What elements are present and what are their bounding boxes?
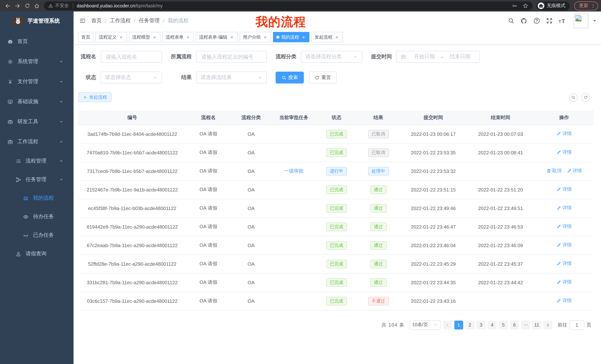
page-button-6[interactable]: 6 — [510, 320, 519, 329]
tab-process-form[interactable]: 流程表单× — [162, 32, 194, 42]
bookmark-star-icon[interactable] — [523, 3, 528, 9]
sidebar-item-infrastructure[interactable]: 基础设施 — [0, 92, 74, 112]
detail-link[interactable]: 详情 — [556, 131, 572, 137]
app-logo[interactable]: 芋道管理系统 — [0, 11, 74, 30]
page-button-3[interactable]: 3 — [477, 320, 485, 329]
detail-link[interactable]: 详情 — [567, 168, 582, 174]
sidebar-item-payment[interactable]: 支付管理 — [0, 72, 74, 92]
fullscreen-icon[interactable] — [546, 18, 553, 24]
sidebar-item-task-mgmt[interactable]: 任务管理 — [0, 170, 74, 189]
tab-home[interactable]: 首页 — [78, 32, 94, 42]
sidebar-item-my-process[interactable]: 我的流程 — [0, 189, 74, 207]
avatar[interactable] — [574, 14, 588, 28]
process-definition-input[interactable] — [200, 53, 262, 60]
tab-start-process[interactable]: 发起流程× — [311, 32, 343, 42]
forward-button[interactable] — [13, 1, 22, 10]
process-name-field[interactable] — [101, 51, 162, 63]
current-task-link[interactable]: 一级审批 — [284, 168, 303, 174]
tab-close-icon[interactable]: × — [119, 35, 124, 40]
tab-close-icon[interactable]: × — [152, 35, 157, 40]
tab-close-icon[interactable]: × — [185, 35, 190, 40]
url-divider — [73, 3, 73, 8]
sidebar-item-done-tasks[interactable]: 已办任务 — [0, 226, 74, 245]
date-range-picker[interactable]: 开始日期 - 结束日期 — [396, 51, 480, 63]
refresh-table-button[interactable] — [581, 93, 590, 102]
tab-process-definition[interactable]: 流程定义× — [95, 32, 127, 42]
reset-button[interactable]: 重置 — [309, 72, 337, 84]
detail-link[interactable]: 详情 — [556, 242, 572, 248]
font-size-icon[interactable]: TT — [559, 17, 566, 24]
process-definition-field[interactable] — [196, 51, 267, 63]
start-process-button[interactable]: 发起流程 — [78, 92, 111, 102]
page-size-value: 10条/页 — [412, 322, 428, 328]
breadcrumb-task-mgmt[interactable]: 任务管理 — [139, 18, 160, 24]
page-more-button[interactable] — [521, 320, 530, 329]
chevron-down-icon — [59, 119, 63, 124]
page-button-4[interactable]: 4 — [488, 320, 497, 329]
cancel-link[interactable]: 取消 — [546, 168, 561, 174]
page-button-1[interactable]: 1 — [454, 320, 463, 329]
tab-close-icon[interactable]: × — [229, 35, 234, 40]
back-button[interactable] — [3, 1, 13, 10]
tab-process-form-edit[interactable]: 流程表单-编辑× — [196, 32, 238, 42]
end-date-placeholder[interactable]: 结束日期 — [445, 53, 475, 60]
detail-link[interactable]: 详情 — [556, 186, 572, 192]
sidebar-item-process-mgmt[interactable]: 流程管理 — [0, 152, 74, 170]
github-icon[interactable] — [521, 17, 527, 24]
sidebar-item-dev-tools[interactable]: 研发工具 — [0, 112, 74, 132]
sidebar-item-home[interactable]: 首页 — [0, 31, 74, 52]
sidebar-item-todo-tasks[interactable]: 待办任务 — [0, 207, 74, 226]
process-name-input[interactable] — [105, 53, 158, 60]
category-select[interactable]: 请选择流程分类 — [301, 51, 362, 63]
status-select[interactable]: 请选择状态 — [101, 72, 162, 84]
sidebar-item-leave-query[interactable]: 请假查询 — [0, 245, 74, 263]
detail-link[interactable]: 详情 — [556, 223, 572, 230]
reload-button[interactable] — [22, 1, 32, 10]
next-page-button[interactable] — [543, 320, 552, 329]
broken-image-icon — [575, 14, 582, 22]
robot-icon — [23, 195, 29, 201]
page-button-5[interactable]: 5 — [499, 320, 508, 329]
tab-user-group[interactable]: 用户分组× — [240, 32, 271, 42]
detail-link[interactable]: 详情 — [556, 149, 572, 155]
dashboard-icon — [7, 39, 13, 44]
show-search-button[interactable] — [569, 93, 578, 102]
table-row: 2152467e-7b9b-11ec-9a1b-acde48001122OA 请… — [78, 180, 594, 199]
address-bar[interactable]: 不安全 dashboard.yudao.iocoder.cn/bpm/task/… — [44, 1, 533, 10]
page-size-select[interactable]: 10条/页 — [409, 320, 441, 330]
hamburger-icon[interactable] — [74, 11, 91, 30]
tab-process-model[interactable]: 流程模型× — [129, 32, 160, 42]
key-icon[interactable] — [512, 3, 517, 9]
start-date-placeholder[interactable]: 开始日期 — [409, 53, 440, 60]
detail-link[interactable]: 详情 — [556, 297, 572, 304]
result-select[interactable]: 请选择流结果 — [196, 72, 267, 84]
breadcrumb-home[interactable]: 首页 — [91, 18, 102, 24]
prev-page-button[interactable] — [443, 320, 452, 329]
home-button[interactable] — [32, 1, 42, 10]
sidebar-item-system[interactable]: 系统管理 — [0, 52, 74, 72]
back-icon — [5, 3, 11, 9]
cell-actions: 详情 — [534, 125, 594, 143]
tab-close-icon[interactable]: × — [301, 35, 306, 40]
tab-close-icon[interactable]: × — [263, 35, 268, 40]
tab-label: 首页 — [81, 34, 90, 40]
breadcrumb-workflow[interactable]: 工作流程 — [110, 18, 131, 24]
status-badge: 已完成 — [326, 222, 347, 231]
search-icon[interactable] — [508, 18, 514, 24]
tab-close-icon[interactable]: × — [334, 35, 340, 40]
detail-link[interactable]: 详情 — [556, 279, 572, 285]
page-button-2[interactable]: 2 — [465, 320, 474, 329]
detail-link[interactable]: 详情 — [556, 205, 572, 211]
search-button[interactable]: 搜索 — [276, 72, 304, 84]
tab-label: 我的流程 — [281, 34, 299, 40]
detail-link[interactable]: 详情 — [556, 260, 572, 267]
update-button[interactable]: 更新 — [574, 1, 598, 10]
page-button-11[interactable]: 11 — [532, 320, 541, 329]
help-icon[interactable] — [533, 18, 540, 24]
goto-page-input[interactable] — [570, 320, 584, 330]
caret-down-icon[interactable] — [592, 18, 597, 23]
tab-my-process[interactable]: 我的流程× — [273, 32, 310, 42]
sidebar-item-workflow[interactable]: 工作流程 — [0, 132, 74, 152]
status-badge: 已完成 — [326, 297, 347, 305]
sidebar-item-label: 系统管理 — [18, 58, 38, 65]
